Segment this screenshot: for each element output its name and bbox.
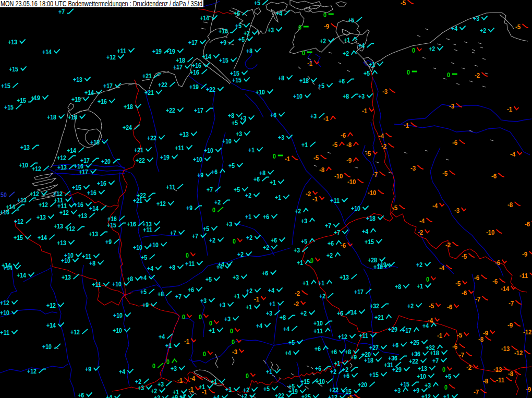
svg-text:+7: +7 [334, 228, 340, 236]
svg-text:+10: +10 [193, 155, 202, 163]
svg-text:-3: -3 [454, 207, 460, 214]
svg-text:+18: +18 [68, 113, 77, 121]
svg-text:+3: +3 [224, 315, 231, 323]
svg-text:+13: +13 [57, 163, 67, 171]
svg-text:+6: +6 [270, 111, 276, 119]
svg-text:0: 0 [302, 49, 305, 57]
svg-text:-7: -7 [475, 295, 480, 303]
svg-text:+14: +14 [202, 53, 212, 61]
svg-text:+3: +3 [310, 112, 317, 120]
svg-text:0: 0 [152, 362, 155, 370]
svg-text:+1: +1 [297, 259, 303, 267]
svg-text:-6: -6 [525, 220, 530, 228]
svg-text:+12: +12 [106, 53, 116, 61]
svg-text:+12: +12 [30, 190, 39, 198]
svg-text:+2: +2 [295, 207, 301, 215]
svg-text:+10: +10 [113, 327, 122, 334]
svg-text:+6: +6 [338, 77, 345, 85]
svg-text:+8: +8 [228, 112, 234, 119]
svg-text:+2: +2 [416, 261, 422, 269]
svg-text:-6: -6 [341, 242, 346, 249]
svg-text:+1: +1 [270, 178, 276, 186]
svg-text:+10: +10 [293, 92, 303, 100]
svg-text:0: 0 [447, 71, 450, 79]
svg-text:+13: +13 [73, 76, 82, 83]
svg-text:+15: +15 [400, 380, 409, 388]
svg-text:+3: +3 [394, 387, 401, 394]
svg-text:+15: +15 [71, 95, 81, 103]
svg-text:+6: +6 [78, 391, 84, 398]
svg-text:+3: +3 [278, 134, 284, 141]
svg-text:+5: +5 [348, 16, 354, 24]
svg-text:-6: -6 [462, 289, 467, 297]
svg-text:+36: +36 [411, 350, 420, 358]
svg-text:50: 50 [1, 191, 7, 199]
svg-text:+13: +13 [418, 365, 427, 372]
svg-text:+3: +3 [358, 92, 365, 100]
svg-text:+9: +9 [413, 387, 419, 394]
svg-text:-13: -13 [493, 366, 502, 373]
svg-text:+3: +3 [294, 246, 300, 254]
svg-text:+3: +3 [425, 381, 431, 389]
svg-text:+13: +13 [54, 222, 63, 230]
svg-text:+14: +14 [17, 271, 27, 279]
svg-text:+19: +19 [152, 47, 162, 55]
svg-text:+2: +2 [343, 50, 349, 57]
svg-text:+14: +14 [89, 204, 99, 212]
svg-text:+8: +8 [343, 92, 349, 100]
svg-text:+12: +12 [338, 333, 347, 341]
svg-text:+6: +6 [188, 286, 194, 294]
svg-text:+6: +6 [211, 168, 217, 176]
svg-text:-5: -5 [332, 141, 337, 149]
svg-text:+13: +13 [78, 212, 87, 220]
svg-text:0: 0 [203, 350, 206, 358]
svg-text:+4: +4 [268, 286, 275, 294]
svg-text:+4: +4 [216, 263, 223, 271]
svg-text:+22: +22 [158, 81, 167, 89]
svg-text:+10: +10 [113, 311, 123, 319]
svg-text:-5: -5 [515, 23, 521, 31]
svg-text:+12: +12 [156, 200, 166, 208]
svg-text:+6: +6 [234, 9, 240, 17]
svg-text:-1: -1 [285, 155, 290, 163]
svg-text:+4: +4 [256, 322, 263, 330]
svg-text:0: 0 [166, 358, 170, 366]
svg-text:+10: +10 [256, 88, 265, 96]
svg-text:0: 0 [246, 372, 249, 380]
svg-text:+8: +8 [395, 283, 401, 291]
svg-text:+5: +5 [141, 254, 147, 261]
svg-text:-10: -10 [347, 178, 356, 186]
svg-text:+13: +13 [8, 38, 17, 46]
svg-text:+1: +1 [179, 393, 186, 398]
svg-text:+6: +6 [315, 345, 321, 353]
svg-text:-1: -1 [312, 195, 318, 203]
svg-text:+12: +12 [27, 367, 37, 375]
svg-text:+11: +11 [359, 332, 368, 340]
svg-text:+12: +12 [59, 209, 69, 216]
svg-text:+11: +11 [166, 183, 175, 191]
svg-text:-4: -4 [439, 264, 445, 272]
svg-text:+4: +4 [362, 227, 369, 235]
svg-text:+16: +16 [98, 98, 107, 105]
svg-text:+3: +3 [200, 297, 207, 305]
svg-text:+11: +11 [330, 197, 340, 204]
svg-text:+5: +5 [140, 288, 147, 296]
svg-text:+16: +16 [74, 201, 83, 209]
svg-text:-5: -5 [429, 302, 434, 310]
svg-text:-9: -9 [526, 385, 531, 393]
svg-text:0: 0 [323, 11, 327, 19]
svg-text:+14: +14 [38, 234, 47, 242]
svg-text:0: 0 [209, 319, 212, 327]
svg-text:0: 0 [310, 257, 313, 264]
svg-text:+5: +5 [364, 69, 370, 77]
svg-text:-7: -7 [459, 351, 464, 359]
svg-text:-1: -1 [202, 388, 207, 396]
svg-text:0: 0 [233, 237, 236, 245]
svg-text:+11: +11 [117, 47, 126, 55]
svg-text:+16: +16 [190, 68, 199, 76]
svg-text:+19: +19 [189, 83, 199, 91]
svg-text:0: 0 [232, 338, 235, 346]
svg-text:0: 0 [407, 68, 410, 76]
svg-text:-5: -5 [401, 0, 406, 7]
svg-text:+25: +25 [301, 393, 311, 398]
